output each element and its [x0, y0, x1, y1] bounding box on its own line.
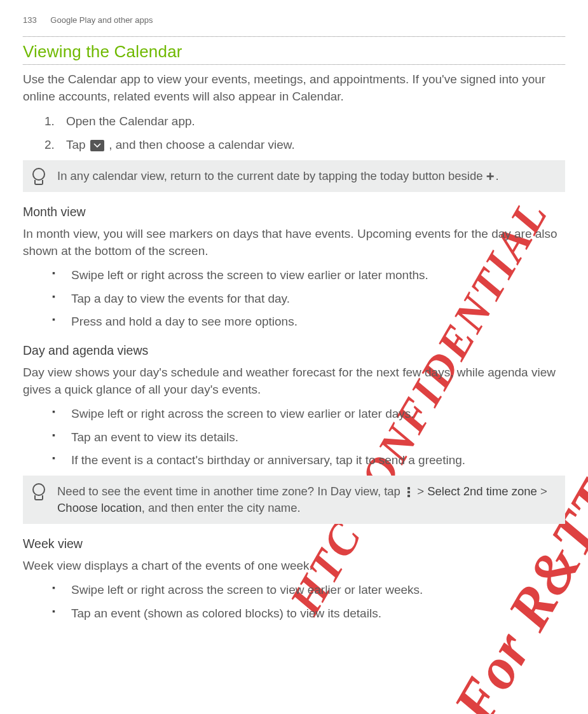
list-item: Press and hold a day to see more options…: [52, 313, 565, 331]
divider: [23, 64, 565, 65]
tip2-pre: Need to see the event time in another ti…: [57, 484, 404, 498]
lightbulb-icon: [32, 483, 46, 501]
divider: [23, 36, 565, 37]
list-item: Tap an event (shown as colored blocks) t…: [52, 605, 565, 622]
step-text-a: Tap: [66, 138, 89, 151]
month-view-intro: In month view, you will see markers on d…: [23, 226, 565, 259]
list-item: Tap an event to view its details.: [52, 429, 565, 446]
page-number: 133: [23, 15, 37, 25]
step-text: Open the Calendar app.: [66, 114, 195, 128]
list-item: Swipe left or right across the screen to…: [52, 406, 565, 423]
tip-timezone: Need to see the event time in another ti…: [23, 476, 565, 524]
week-view-heading: Week view: [23, 537, 565, 551]
lightbulb-icon: [32, 168, 46, 186]
list-item: Swipe left or right across the screen to…: [52, 582, 565, 599]
dropdown-icon: [90, 140, 104, 151]
month-view-heading: Month view: [23, 205, 565, 219]
step-2: 2. Tap , and then choose a calendar view…: [44, 136, 565, 154]
step-text-b: , and then choose a calendar view.: [109, 138, 295, 151]
step-number: 1.: [44, 113, 55, 131]
tip2-bold1: Select 2nd time zone: [427, 484, 537, 498]
chapter-title: Google Play and other apps: [50, 15, 153, 25]
plus-icon: +: [486, 171, 495, 182]
tip-text-post: .: [496, 169, 499, 182]
day-agenda-intro: Day view shows your day's schedule and w…: [23, 364, 565, 398]
step-number: 2.: [44, 136, 55, 154]
tip2-mid2: >: [537, 484, 547, 498]
tip-today-button: In any calendar view, return to the curr…: [23, 160, 565, 192]
list-item: Swipe left or right across the screen to…: [52, 267, 565, 284]
tip2-mid1: >: [417, 484, 427, 498]
tip-text-pre: In any calendar view, return to the curr…: [57, 169, 486, 182]
day-agenda-heading: Day and agenda views: [23, 343, 565, 358]
tip2-post: , and then enter the city name.: [142, 501, 301, 514]
step-1: 1. Open the Calendar app.: [44, 113, 565, 131]
tip2-bold2: Choose location: [57, 501, 142, 514]
list-item: Tap a day to view the events for that da…: [52, 291, 565, 308]
page-header: 133 Google Play and other apps: [23, 15, 565, 25]
overflow-icon: [404, 486, 414, 498]
list-item: If the event is a contact's birthday or …: [52, 452, 565, 469]
week-view-intro: Week view displays a chart of the events…: [23, 558, 565, 575]
section-heading: Viewing the Calendar: [23, 42, 565, 62]
intro-paragraph: Use the Calendar app to view your events…: [23, 71, 565, 105]
